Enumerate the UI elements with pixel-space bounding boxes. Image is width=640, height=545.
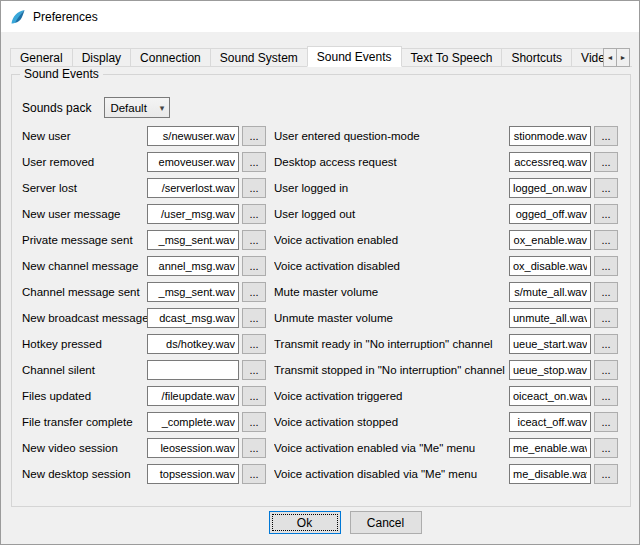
sound-file-input[interactable]: [147, 334, 239, 354]
browse-button[interactable]: ...: [242, 230, 266, 250]
sound-event-row: Voice activation triggered ...: [274, 383, 618, 409]
sound-file-input[interactable]: [147, 360, 239, 380]
browse-button[interactable]: ...: [242, 386, 266, 406]
browse-button[interactable]: ...: [594, 412, 618, 432]
sound-event-row: New user ...: [22, 123, 266, 149]
browse-button[interactable]: ...: [594, 464, 618, 484]
tab-label: Display: [82, 51, 121, 65]
sound-event-label: Hotkey pressed: [22, 338, 147, 350]
sound-file-input[interactable]: [147, 126, 239, 146]
sound-file-input[interactable]: [509, 256, 591, 276]
browse-button[interactable]: ...: [242, 126, 266, 146]
sound-event-label: New user: [22, 130, 147, 142]
sound-event-label: Server lost: [22, 182, 147, 194]
sound-event-label: Voice activation enabled via "Me" menu: [274, 442, 509, 454]
browse-button[interactable]: ...: [594, 230, 618, 250]
sound-file-input[interactable]: [509, 308, 591, 328]
sound-event-row: Transmit ready in "No interruption" chan…: [274, 331, 618, 357]
sound-file-input[interactable]: [509, 282, 591, 302]
sound-file-input[interactable]: [509, 464, 591, 484]
sound-file-input[interactable]: [147, 412, 239, 432]
sound-file-input[interactable]: [147, 282, 239, 302]
sound-event-label: New video session: [22, 442, 147, 454]
tab-shortcuts[interactable]: Shortcuts: [501, 48, 572, 67]
sound-file-input[interactable]: [509, 386, 591, 406]
browse-button[interactable]: ...: [242, 178, 266, 198]
sound-event-row: Channel silent ...: [22, 357, 266, 383]
browse-button[interactable]: ...: [242, 256, 266, 276]
tab-text-to-speech[interactable]: Text To Speech: [401, 48, 503, 67]
sound-file-input[interactable]: [509, 152, 591, 172]
sound-file-input[interactable]: [147, 464, 239, 484]
window-title: Preferences: [33, 10, 98, 24]
browse-button[interactable]: ...: [594, 256, 618, 276]
sound-event-row: New desktop session ...: [22, 461, 266, 487]
sound-event-label: User removed: [22, 156, 147, 168]
tab-connection[interactable]: Connection: [130, 48, 211, 67]
tab-scroll-left-button[interactable]: ◄: [603, 48, 617, 67]
sound-file-input[interactable]: [509, 360, 591, 380]
sound-file-input[interactable]: [147, 308, 239, 328]
sound-event-label: Voice activation enabled: [274, 234, 509, 246]
sound-file-input[interactable]: [509, 204, 591, 224]
sound-event-row: New video session ...: [22, 435, 266, 461]
browse-button[interactable]: ...: [242, 282, 266, 302]
browse-button[interactable]: ...: [594, 282, 618, 302]
sound-file-input[interactable]: [147, 178, 239, 198]
tab-label: Sound System: [220, 51, 298, 65]
sound-file-input[interactable]: [509, 412, 591, 432]
sound-event-label: Files updated: [22, 390, 147, 402]
browse-button[interactable]: ...: [594, 386, 618, 406]
sound-file-input[interactable]: [147, 256, 239, 276]
browse-button[interactable]: ...: [594, 308, 618, 328]
browse-button[interactable]: ...: [242, 360, 266, 380]
sound-event-row: User logged in ...: [274, 175, 618, 201]
tab-sound-system[interactable]: Sound System: [210, 48, 308, 67]
sounds-pack-select[interactable]: Default ▾: [104, 97, 170, 118]
sound-event-row: Private message sent ...: [22, 227, 266, 253]
sound-file-input[interactable]: [147, 204, 239, 224]
sound-event-row: Server lost ...: [22, 175, 266, 201]
sound-file-input[interactable]: [509, 230, 591, 250]
browse-button[interactable]: ...: [594, 178, 618, 198]
tab-sound-events[interactable]: Sound Events: [307, 46, 402, 67]
browse-button[interactable]: ...: [594, 360, 618, 380]
ok-button[interactable]: Ok: [269, 511, 341, 534]
tab-display[interactable]: Display: [72, 48, 131, 67]
sound-file-input[interactable]: [147, 438, 239, 458]
title-bar: Preferences: [1, 1, 639, 32]
sound-events-columns: New user ... User removed ... Server los…: [22, 123, 618, 487]
browse-button[interactable]: ...: [594, 152, 618, 172]
browse-button[interactable]: ...: [242, 334, 266, 354]
tab-label: Shortcuts: [511, 51, 562, 65]
browse-button[interactable]: ...: [594, 438, 618, 458]
browse-button[interactable]: ...: [594, 126, 618, 146]
cancel-button[interactable]: Cancel: [350, 511, 422, 534]
tab-label: Sound Events: [317, 50, 392, 64]
sound-file-input[interactable]: [147, 386, 239, 406]
sound-event-row: New channel message ...: [22, 253, 266, 279]
browse-button[interactable]: ...: [242, 204, 266, 224]
tab-general[interactable]: General: [10, 48, 73, 67]
sound-event-label: New user message: [22, 208, 147, 220]
sound-file-input[interactable]: [147, 152, 239, 172]
sound-event-row: Desktop access request ...: [274, 149, 618, 175]
browse-button[interactable]: ...: [242, 464, 266, 484]
sound-event-label: Voice activation disabled via "Me" menu: [274, 468, 509, 480]
browse-button[interactable]: ...: [242, 308, 266, 328]
browse-button[interactable]: ...: [242, 438, 266, 458]
sound-file-input[interactable]: [509, 438, 591, 458]
sound-events-group: Sound Events Sounds pack Default ▾ New u…: [11, 74, 631, 507]
sound-event-label: User entered question-mode: [274, 130, 509, 142]
sound-file-input[interactable]: [509, 178, 591, 198]
tab-scroll-right-button[interactable]: ►: [616, 48, 630, 67]
browse-button[interactable]: ...: [242, 412, 266, 432]
sound-event-row: Unmute master volume ...: [274, 305, 618, 331]
browse-button[interactable]: ...: [594, 334, 618, 354]
browse-button[interactable]: ...: [242, 152, 266, 172]
sound-event-row: Transmit stopped in "No interruption" ch…: [274, 357, 618, 383]
sound-file-input[interactable]: [509, 334, 591, 354]
browse-button[interactable]: ...: [594, 204, 618, 224]
sound-file-input[interactable]: [147, 230, 239, 250]
sound-file-input[interactable]: [509, 126, 591, 146]
